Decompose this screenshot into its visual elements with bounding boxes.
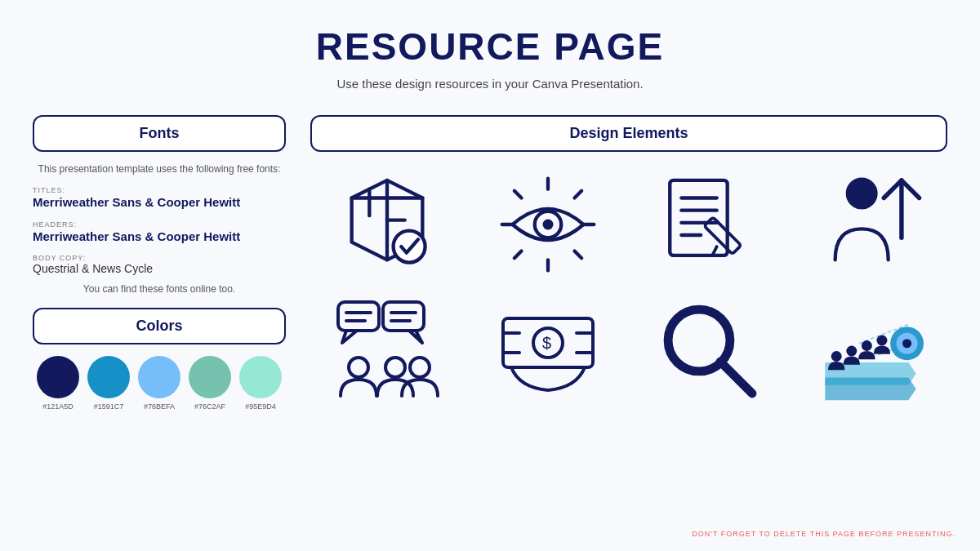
svg-rect-16 — [670, 180, 727, 255]
icon-cell-box — [310, 165, 464, 283]
icon-cell-search — [633, 291, 786, 410]
svg-point-52 — [862, 340, 872, 351]
colors-label: Colors — [136, 318, 182, 334]
fonts-description: This presentation template uses the foll… — [33, 162, 286, 176]
fonts-label: Fonts — [140, 125, 180, 141]
color-swatches: #121A5D #1591C7 #76BEFA #76C2AF #95E9D4 — [33, 356, 286, 411]
page-title: RESOURCE PAGE — [0, 0, 980, 69]
svg-point-23 — [848, 179, 876, 207]
svg-text:$: $ — [542, 334, 551, 352]
fonts-box: Fonts — [33, 115, 286, 152]
swatch-2-hex: #1591C7 — [94, 402, 124, 411]
svg-point-15 — [543, 219, 554, 229]
color-swatch-2: #1591C7 — [87, 356, 130, 411]
team-growth-icon — [817, 298, 924, 404]
color-swatch-1: #121A5D — [37, 356, 79, 411]
color-swatch-5: #95E9D4 — [239, 356, 282, 411]
svg-point-32 — [385, 358, 405, 377]
color-swatch-3: #76BEFA — [138, 356, 180, 411]
money-icon: $ — [495, 298, 601, 404]
design-elements-box: Design Elements — [310, 115, 947, 152]
svg-point-51 — [847, 345, 858, 356]
svg-marker-44 — [826, 377, 916, 400]
svg-line-12 — [575, 190, 582, 198]
swatch-5-hex: #95E9D4 — [245, 402, 276, 411]
search-icon — [657, 298, 763, 404]
design-elements-label: Design Elements — [569, 125, 688, 141]
icon-cell-eye — [472, 165, 626, 283]
swatch-2 — [87, 356, 130, 398]
page-subtitle: Use these design resources in your Canva… — [0, 77, 980, 91]
headers-font: Merriweather Sans & Cooper Hewitt — [33, 229, 286, 245]
titles-category: TITLES: — [33, 186, 286, 194]
swatch-3 — [138, 356, 180, 398]
main-content: Fonts This presentation template uses th… — [0, 99, 980, 411]
swatch-1-hex: #121A5D — [42, 402, 74, 411]
icon-cell-team-growth — [795, 291, 948, 410]
fonts-footer: You can find these fonts online too. — [33, 283, 286, 295]
swatch-4-hex: #76C2AF — [194, 402, 225, 411]
svg-point-5 — [393, 230, 425, 262]
colors-box: Colors — [33, 308, 286, 344]
colors-section: Colors #121A5D #1591C7 #76BEFA #76C2AF — [33, 308, 286, 411]
swatch-1 — [37, 356, 79, 398]
swatch-4 — [189, 356, 231, 398]
icon-cell-money: $ — [472, 291, 626, 410]
footer-note: DON'T FORGET TO DELETE THIS PAGE BEFORE … — [692, 530, 956, 538]
body-font: Questrial & News Cycle — [33, 262, 286, 275]
icon-cell-people-chat — [310, 291, 464, 410]
color-swatch-4: #76C2AF — [189, 356, 231, 411]
icons-grid: $ — [310, 165, 947, 410]
swatch-5 — [239, 356, 282, 398]
svg-point-31 — [349, 358, 368, 377]
svg-rect-25 — [338, 302, 379, 331]
svg-line-13 — [514, 251, 522, 258]
svg-line-10 — [514, 190, 522, 198]
eye-icon — [495, 171, 601, 278]
body-category: BODY COPY: — [33, 254, 286, 262]
icon-cell-person-growth — [795, 165, 948, 283]
svg-rect-28 — [383, 302, 424, 331]
swatch-3-hex: #76BEFA — [144, 402, 175, 411]
titles-font: Merriweather Sans & Cooper Hewitt — [33, 194, 286, 211]
icon-cell-document — [633, 165, 786, 283]
left-panel: Fonts This presentation template uses th… — [33, 115, 286, 411]
people-chat-icon — [334, 298, 440, 404]
svg-point-50 — [831, 351, 842, 362]
svg-line-42 — [720, 362, 752, 393]
svg-point-49 — [902, 339, 911, 348]
svg-line-11 — [575, 251, 582, 258]
svg-point-53 — [877, 335, 888, 345]
headers-category: HEADERS: — [33, 220, 286, 229]
right-panel: Design Elements — [310, 115, 947, 411]
person-growth-icon — [817, 171, 924, 278]
document-icon — [657, 171, 763, 278]
box-icon — [334, 171, 440, 278]
svg-point-33 — [410, 358, 430, 377]
